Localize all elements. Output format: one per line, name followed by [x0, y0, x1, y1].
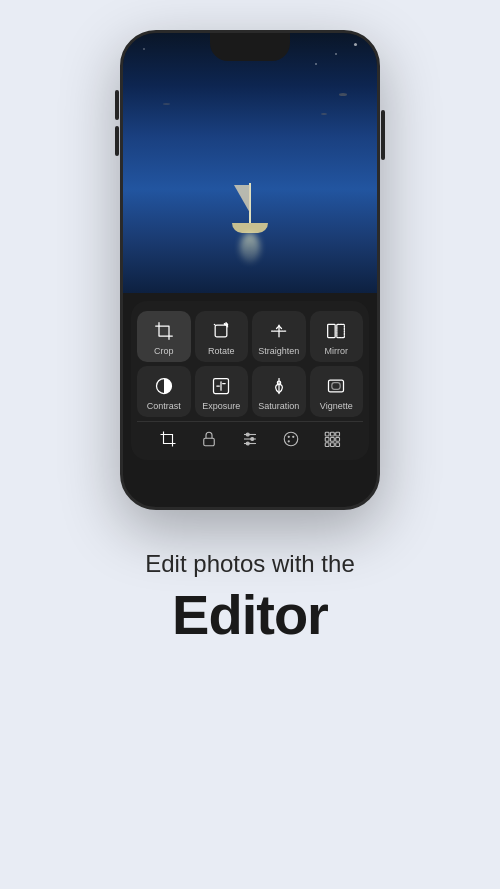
svg-rect-26 [336, 432, 340, 436]
water-reflection [240, 233, 260, 263]
grid-nav-icon[interactable] [321, 428, 343, 450]
straighten-icon [267, 319, 291, 343]
contrast-label: Contrast [147, 401, 181, 411]
lock-nav-icon[interactable] [198, 428, 220, 450]
exposure-tool[interactable]: Exposure [195, 366, 249, 417]
svg-point-17 [246, 433, 249, 436]
svg-rect-27 [326, 438, 330, 442]
contrast-tool[interactable]: Contrast [137, 366, 191, 417]
svg-rect-3 [328, 324, 336, 337]
subtitle: Edit photos with the [145, 550, 354, 578]
svg-point-23 [288, 440, 290, 442]
phone-container: Crop Rotate [120, 30, 380, 510]
tools-row-2: Contrast Exposure [137, 366, 363, 417]
rotate-icon [209, 319, 233, 343]
tool-panel: Crop Rotate [131, 301, 369, 460]
straighten-label: Straighten [258, 346, 299, 356]
crop-tool[interactable]: Crop [137, 311, 191, 362]
vignette-icon [324, 374, 348, 398]
rotate-label: Rotate [208, 346, 235, 356]
straighten-tool[interactable]: Straighten [252, 311, 306, 362]
mirror-icon [324, 319, 348, 343]
text-section: Edit photos with the Editor [105, 550, 394, 647]
svg-point-21 [288, 436, 290, 438]
svg-rect-11 [329, 380, 344, 392]
crop-nav-icon[interactable] [157, 428, 179, 450]
svg-rect-13 [204, 438, 215, 446]
vignette-label: Vignette [320, 401, 353, 411]
svg-point-20 [284, 432, 298, 446]
svg-rect-25 [331, 432, 335, 436]
bottom-nav [137, 421, 363, 454]
palette-nav-icon[interactable] [280, 428, 302, 450]
crop-label: Crop [154, 346, 174, 356]
saturation-tool[interactable]: Saturation [252, 366, 306, 417]
svg-rect-29 [336, 438, 340, 442]
power-button [381, 110, 385, 168]
svg-rect-24 [326, 432, 330, 436]
title: Editor [145, 582, 354, 647]
sliders-nav-icon[interactable] [239, 428, 261, 450]
vignette-tool[interactable]: Vignette [310, 366, 364, 417]
svg-point-18 [251, 438, 254, 441]
boat [232, 183, 268, 233]
saturation-label: Saturation [258, 401, 299, 411]
phone-notch [210, 33, 290, 61]
contrast-icon [152, 374, 176, 398]
svg-rect-32 [336, 443, 340, 447]
phone-frame: Crop Rotate [120, 30, 380, 510]
saturation-icon [267, 374, 291, 398]
svg-point-19 [246, 442, 249, 445]
mirror-tool[interactable]: Mirror [310, 311, 364, 362]
svg-rect-12 [332, 383, 340, 390]
photo-area [123, 33, 377, 293]
exposure-icon [209, 374, 233, 398]
svg-rect-28 [331, 438, 335, 442]
tools-row-1: Crop Rotate [137, 311, 363, 362]
svg-rect-4 [337, 324, 345, 337]
volume-buttons [115, 90, 119, 164]
crop-icon [152, 319, 176, 343]
svg-rect-30 [326, 443, 330, 447]
exposure-label: Exposure [202, 401, 240, 411]
svg-rect-0 [215, 325, 227, 337]
svg-point-22 [292, 436, 294, 438]
mirror-label: Mirror [325, 346, 349, 356]
svg-rect-31 [331, 443, 335, 447]
rotate-tool[interactable]: Rotate [195, 311, 249, 362]
